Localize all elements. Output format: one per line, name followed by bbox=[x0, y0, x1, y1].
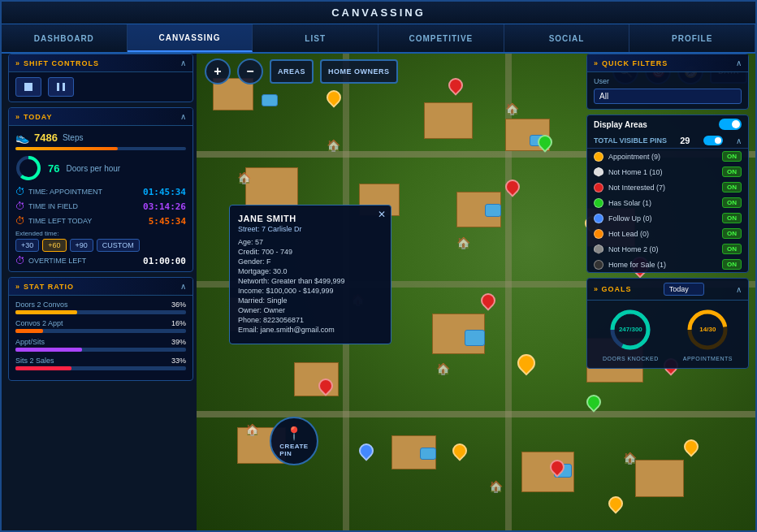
info-card-close[interactable]: ✕ bbox=[378, 209, 386, 220]
map-house-icon: 🏠 bbox=[237, 171, 251, 184]
stat-d2c: Doors 2 Convos 36% bbox=[15, 301, 186, 314]
stat-d2c-label: Doors 2 Convos bbox=[15, 301, 68, 309]
stat-ratio-section: STAT RATIO ∧ Doors 2 Convos 36% Convos 2… bbox=[8, 277, 193, 381]
filter-not-home1-toggle[interactable]: ON bbox=[722, 167, 742, 177]
stop-button[interactable] bbox=[15, 77, 41, 97]
filter-home-for-sale-dot bbox=[594, 260, 603, 270]
map-house bbox=[424, 102, 473, 139]
map-house-icon: 🏠 bbox=[505, 102, 519, 115]
filter-not-interested-toggle[interactable]: ON bbox=[722, 182, 742, 192]
stat-appt-label: Appt/Sits bbox=[15, 338, 45, 346]
stat-sits2sales-fill bbox=[15, 366, 71, 370]
info-card-mortgage: Mortgage: 30.0 bbox=[238, 267, 383, 275]
info-card-credit: Credit: 700 - 749 bbox=[238, 248, 383, 256]
today-chevron[interactable]: ∧ bbox=[180, 112, 186, 121]
stat-d2c-pct: 36% bbox=[171, 301, 186, 309]
steps-row: 👟 7486 Steps bbox=[15, 131, 186, 144]
shift-controls-chevron[interactable]: ∧ bbox=[180, 58, 186, 67]
shift-controls-buttons bbox=[15, 77, 186, 97]
map-pin[interactable] bbox=[550, 460, 566, 482]
filter-not-home2-toggle[interactable]: ON bbox=[722, 244, 742, 254]
total-visible-pins-row: TOTAL VISIBLE PINS 29 ∧ bbox=[587, 133, 748, 149]
time-appointment-row: ⏱ TIME: APPOINTMENT 01:45:34 bbox=[15, 186, 186, 197]
goals-chevron[interactable]: ∧ bbox=[736, 285, 742, 294]
map-pin[interactable] bbox=[505, 179, 521, 202]
filter-not-home2-label: Not Home 2 (0) bbox=[594, 244, 659, 254]
stat-c2a-fill bbox=[15, 329, 43, 333]
info-card: ✕ JANE SMITH Street: 7 Carlisle Dr Age: … bbox=[229, 205, 391, 344]
filter-follow-up-toggle[interactable]: ON bbox=[722, 213, 742, 223]
nav-canvassing[interactable]: CANVASSING bbox=[128, 24, 253, 52]
goals-body: 247/300 DOORS KNOCKED 14/30 bbox=[587, 301, 748, 368]
nav-profile[interactable]: PROFILE bbox=[629, 24, 755, 52]
filter-home-for-sale: Home for Sale (1) ON bbox=[587, 257, 748, 272]
total-visible-pins-toggle[interactable] bbox=[703, 136, 723, 145]
appointments-label: APPOINTMENTS bbox=[683, 356, 733, 361]
filter-follow-up: Follow Up (0) ON bbox=[587, 210, 748, 226]
filter-not-home2: Not Home 2 (0) ON bbox=[587, 241, 748, 257]
stat-c2a: Convos 2 Appt 16% bbox=[15, 319, 186, 333]
map-house-icon: 🏠 bbox=[436, 362, 450, 375]
goals-period-select[interactable]: Today Week Month bbox=[664, 283, 704, 296]
filter-appointment-dot bbox=[594, 152, 603, 162]
areas-button[interactable]: AREAS bbox=[270, 59, 314, 84]
goals-doors-knocked: 247/300 DOORS KNOCKED bbox=[603, 307, 659, 361]
map-pin[interactable] bbox=[359, 443, 375, 466]
nav-social[interactable]: SOCIAL bbox=[504, 24, 630, 52]
info-card-networth: Networth: Greater than $499,999 bbox=[238, 277, 383, 285]
map-pin[interactable] bbox=[538, 135, 554, 158]
left-panel: SHIFT CONTROLS ∧ TODAY ∧ bbox=[8, 54, 193, 524]
stat-ratio-chevron[interactable]: ∧ bbox=[180, 282, 186, 291]
nav-dashboard[interactable]: DASHBOARD bbox=[2, 24, 128, 52]
map-pin[interactable] bbox=[517, 354, 534, 377]
extend-90-button[interactable]: +90 bbox=[70, 239, 93, 252]
stat-appt-label-row: Appt/Sits 39% bbox=[15, 338, 186, 346]
today-body: 👟 7486 Steps 76 Doors per hour bbox=[9, 126, 192, 271]
goals-header: » GOALS Today Week Month ∧ bbox=[587, 279, 748, 301]
create-pin-button[interactable]: CREATEPIN bbox=[270, 417, 318, 465]
total-visible-pins-count: 29 bbox=[680, 136, 690, 145]
map-house bbox=[245, 167, 298, 208]
filter-has-solar-label: Has Solar (1) bbox=[594, 198, 651, 208]
extend-60-button[interactable]: +60 bbox=[42, 239, 66, 252]
app-container: 🏠 🏠 🏠 🏠 🏠 🏠 🏠 🏠 🏠 CANVASSING DASHBOARD C… bbox=[0, 0, 757, 532]
pins-chevron[interactable]: ∧ bbox=[736, 136, 742, 145]
filter-appointment-toggle[interactable]: ON bbox=[722, 151, 742, 162]
filter-home-for-sale-toggle[interactable]: ON bbox=[722, 259, 742, 270]
map-pin[interactable] bbox=[327, 90, 343, 113]
user-filter-select[interactable]: All User 1 User 2 bbox=[594, 89, 742, 104]
steps-bar-fill bbox=[15, 147, 118, 150]
home-owners-button[interactable]: HOME OWNERS bbox=[320, 59, 398, 84]
stat-c2a-pct: 16% bbox=[171, 319, 186, 327]
stat-d2c-fill bbox=[15, 310, 77, 314]
overtime-value: 01:00:00 bbox=[143, 256, 186, 266]
info-card-gender: Gender: F bbox=[238, 257, 383, 266]
map-pin[interactable] bbox=[318, 378, 335, 401]
stat-sits2sales-label-row: Sits 2 Sales 33% bbox=[15, 357, 186, 365]
filter-follow-up-label: Follow Up (0) bbox=[594, 214, 652, 223]
zoom-in-button[interactable]: + bbox=[205, 58, 231, 84]
filter-hot-lead-toggle[interactable]: ON bbox=[722, 228, 742, 239]
appointments-circle: 14/30 bbox=[685, 307, 730, 353]
nav-list[interactable]: LIST bbox=[253, 24, 378, 52]
filter-follow-up-dot bbox=[594, 214, 603, 223]
display-areas-toggle[interactable] bbox=[719, 119, 742, 130]
time-left-row: ⏱ TIME LEFT TODAY 5:45:34 bbox=[15, 215, 186, 227]
pause-button[interactable] bbox=[48, 77, 74, 97]
quick-filters-header: QUICK FILTERS ∧ bbox=[587, 54, 748, 72]
extend-30-button[interactable]: +30 bbox=[15, 239, 39, 252]
info-card-income: Income: $100,000 - $149,999 bbox=[238, 287, 383, 295]
extend-custom-button[interactable]: CUSTOM bbox=[97, 239, 140, 252]
filter-not-interested-dot bbox=[594, 183, 603, 192]
quick-filters-chevron[interactable]: ∧ bbox=[736, 58, 742, 67]
appointments-text: 14/30 bbox=[685, 307, 730, 353]
nav-competitive[interactable]: COMPETITIVE bbox=[378, 24, 504, 52]
map-pin[interactable] bbox=[481, 293, 497, 316]
stat-d2c-label-row: Doors 2 Convos 36% bbox=[15, 301, 186, 309]
stat-appt-pct: 39% bbox=[171, 338, 186, 346]
zoom-out-button[interactable]: − bbox=[237, 58, 263, 84]
steps-value: 7486 bbox=[34, 132, 58, 144]
info-card-street: Street: 7 Carlisle Dr bbox=[238, 225, 383, 233]
map-pin[interactable] bbox=[452, 443, 469, 466]
filter-has-solar-toggle[interactable]: ON bbox=[722, 197, 742, 208]
